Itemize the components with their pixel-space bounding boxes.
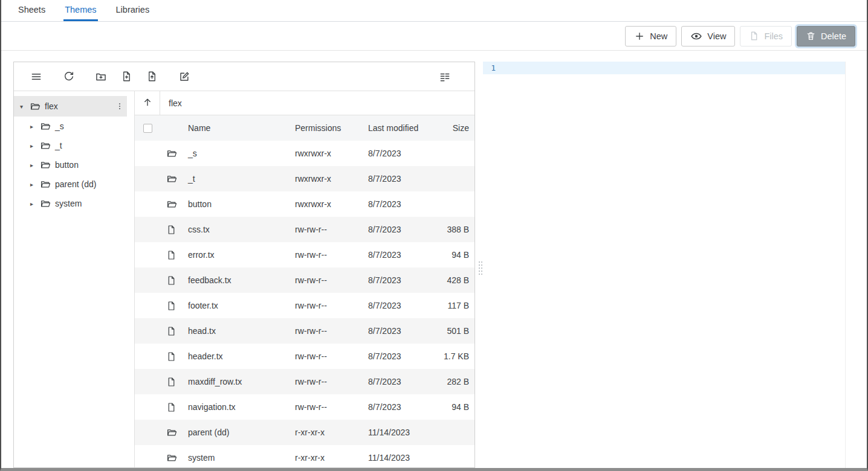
- file-permissions: rw-rw-r--: [288, 225, 362, 234]
- view-button[interactable]: View: [681, 26, 735, 46]
- file-row[interactable]: css.tx rw-rw-r-- 8/7/2023 388 B: [135, 217, 474, 242]
- new-button[interactable]: New: [625, 26, 676, 46]
- chevron-right-icon[interactable]: ▸: [30, 162, 40, 168]
- file-row[interactable]: header.tx rw-rw-r-- 8/7/2023 1.7 KB: [135, 344, 474, 369]
- trash-icon: [806, 31, 816, 41]
- folder-icon: [40, 140, 51, 151]
- file-name[interactable]: navigation.tx: [182, 402, 288, 412]
- tree-item[interactable]: ▸ _s: [14, 117, 134, 136]
- edit-button[interactable]: [174, 66, 195, 87]
- tree-item[interactable]: ▸ button: [14, 155, 134, 175]
- file-size: 1.7 KB: [433, 351, 474, 361]
- column-header-size[interactable]: Size: [433, 123, 474, 133]
- column-header-name[interactable]: Name: [182, 123, 288, 133]
- tree-item-flex[interactable]: ▾ flex: [14, 96, 127, 117]
- columns-view-button[interactable]: [435, 66, 455, 87]
- folder-icon: [166, 199, 177, 210]
- file-icon: [166, 250, 177, 260]
- tab-libraries[interactable]: Libraries: [115, 0, 151, 21]
- path-bar: flex: [135, 91, 474, 115]
- file-name[interactable]: parent (dd): [182, 428, 288, 437]
- file-icon: [166, 225, 177, 235]
- file-permissions: rw-rw-r--: [288, 301, 362, 310]
- file-name[interactable]: button: [182, 199, 288, 209]
- file-table-header: Name Permissions Last modified Size: [135, 115, 474, 141]
- editor-active-line[interactable]: 1: [483, 62, 845, 74]
- file-manager-panel: ▾ flex ▸ _s ▸ _t: [13, 62, 475, 468]
- file-name[interactable]: footer.tx: [182, 301, 288, 310]
- chevron-right-icon[interactable]: ▸: [30, 200, 40, 207]
- file-row[interactable]: _t rwxrwxr-x 8/7/2023: [135, 166, 474, 191]
- menu-icon: [30, 71, 42, 83]
- delete-button[interactable]: Delete: [797, 26, 855, 46]
- file-modified: 8/7/2023: [362, 199, 433, 209]
- file-row[interactable]: footer.tx rw-rw-r-- 8/7/2023 117 B: [135, 293, 474, 318]
- menu-button[interactable]: [26, 66, 47, 87]
- tree-item[interactable]: ▸ parent (dd): [14, 175, 134, 194]
- column-header-modified[interactable]: Last modified: [362, 123, 433, 133]
- new-button-label: New: [650, 31, 667, 41]
- column-header-permissions[interactable]: Permissions: [288, 123, 362, 133]
- file-permissions: rw-rw-r--: [288, 402, 362, 412]
- panel-splitter[interactable]: [475, 62, 483, 468]
- folder-icon: [166, 452, 177, 463]
- kebab-menu-icon[interactable]: [115, 101, 125, 111]
- file-name[interactable]: error.tx: [182, 250, 288, 260]
- file-permissions: rwxrwxr-x: [288, 149, 362, 158]
- file-manager-body: ▾ flex ▸ _s ▸ _t: [14, 91, 474, 467]
- file-modified: 8/7/2023: [362, 275, 433, 285]
- file-row[interactable]: button rwxrwxr-x 8/7/2023: [135, 191, 474, 217]
- chevron-right-icon[interactable]: ▸: [30, 123, 40, 130]
- view-button-label: View: [707, 31, 726, 41]
- file-name[interactable]: _t: [182, 174, 288, 184]
- file-row[interactable]: navigation.tx rw-rw-r-- 8/7/2023 94 B: [135, 394, 474, 420]
- file-permissions: rwxrwxr-x: [288, 174, 362, 184]
- file-row[interactable]: error.tx rw-rw-r-- 8/7/2023 94 B: [135, 242, 474, 268]
- new-file-button[interactable]: [116, 66, 137, 87]
- file-name[interactable]: header.tx: [182, 351, 288, 361]
- refresh-button[interactable]: [59, 66, 79, 87]
- new-folder-button[interactable]: [91, 66, 111, 87]
- tree-children: ▸ _s ▸ _t ▸ button ▸ parent (dd) ▸ syste…: [14, 117, 134, 213]
- file-row[interactable]: _s rwxrwxr-x 8/7/2023: [135, 141, 474, 166]
- files-button[interactable]: Files: [740, 26, 792, 46]
- file-icon: [166, 275, 177, 286]
- chevron-right-icon[interactable]: ▸: [30, 143, 40, 149]
- file-permissions: rwxrwxr-x: [288, 199, 362, 209]
- file-modified: 8/7/2023: [362, 149, 433, 158]
- file-row[interactable]: maxdiff_row.tx rw-rw-r-- 8/7/2023 282 B: [135, 369, 474, 394]
- file-icon: [166, 351, 177, 362]
- file-name[interactable]: head.tx: [182, 326, 288, 336]
- up-directory-button[interactable]: [135, 91, 160, 115]
- files-button-label: Files: [764, 31, 783, 41]
- tab-themes[interactable]: Themes: [63, 0, 97, 21]
- file-row[interactable]: feedback.tx rw-rw-r-- 8/7/2023 428 B: [135, 268, 474, 293]
- file-modified: 11/14/2023: [362, 428, 433, 437]
- file-size: 388 B: [433, 225, 474, 234]
- file-row[interactable]: head.tx rw-rw-r-- 8/7/2023 501 B: [135, 318, 474, 344]
- file-name[interactable]: feedback.tx: [182, 275, 288, 285]
- select-all-checkbox[interactable]: [143, 124, 152, 133]
- upload-file-button[interactable]: [141, 66, 162, 87]
- line-number: 1: [483, 63, 501, 72]
- file-name[interactable]: _s: [182, 149, 288, 158]
- tab-sheets[interactable]: Sheets: [17, 0, 47, 21]
- file-name[interactable]: maxdiff_row.tx: [182, 377, 288, 386]
- file-modified: 8/7/2023: [362, 174, 433, 184]
- file-size: 94 B: [433, 250, 474, 260]
- file-permissions: rw-rw-r--: [288, 351, 362, 361]
- chevron-right-icon[interactable]: ▸: [30, 181, 40, 188]
- file-name[interactable]: css.tx: [182, 225, 288, 234]
- file-row[interactable]: system r-xr-xr-x 11/14/2023: [135, 445, 474, 467]
- folder-icon: [166, 148, 177, 159]
- code-editor[interactable]: 1: [483, 62, 846, 468]
- folder-icon: [40, 198, 51, 209]
- tree-item[interactable]: ▸ _t: [14, 136, 134, 155]
- chevron-down-icon[interactable]: ▾: [20, 103, 30, 110]
- file-name[interactable]: system: [182, 453, 288, 463]
- refresh-icon: [63, 71, 75, 83]
- file-row[interactable]: parent (dd) r-xr-xr-x 11/14/2023: [135, 420, 474, 445]
- tree-item[interactable]: ▸ system: [14, 194, 134, 213]
- eye-icon: [690, 30, 702, 42]
- file-modified: 8/7/2023: [362, 250, 433, 260]
